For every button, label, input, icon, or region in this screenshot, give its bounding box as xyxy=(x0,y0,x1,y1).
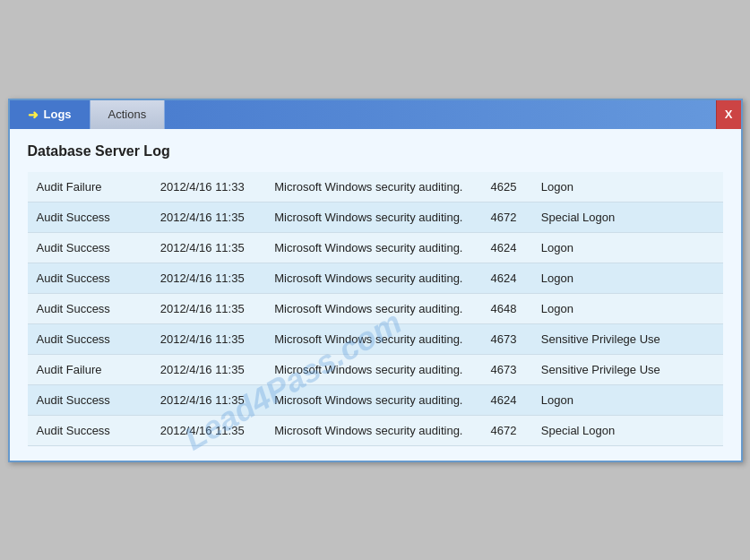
tab-arrow-icon: ➜ xyxy=(28,108,39,122)
table-cell: Microsoft Windows security auditing. xyxy=(265,202,475,232)
table-cell: Audit Success xyxy=(28,232,151,263)
main-window: ➜ Logs Actions X Database Server Log Aud… xyxy=(8,99,743,462)
table-cell: 4624 xyxy=(475,384,532,415)
table-cell: Logon xyxy=(532,384,723,415)
title-spacer xyxy=(165,100,715,129)
table-cell: 4624 xyxy=(475,263,532,293)
table-row: Audit Success2012/4/16 11:35Microsoft Wi… xyxy=(28,323,723,354)
table-cell: Microsoft Windows security auditing. xyxy=(265,172,475,202)
content: Database Server Log Audit Failure2012/4/… xyxy=(10,129,741,461)
table-cell: Microsoft Windows security auditing. xyxy=(265,293,475,323)
table-cell: Logon xyxy=(532,293,723,323)
table-cell: Microsoft Windows security auditing. xyxy=(265,384,475,415)
table-cell: 2012/4/16 11:35 xyxy=(151,354,266,384)
table-cell: Audit Failure xyxy=(28,172,151,202)
content-area: Database Server Log Audit Failure2012/4/… xyxy=(10,129,741,461)
page-title: Database Server Log xyxy=(28,143,723,159)
table-row: Audit Success2012/4/16 11:35Microsoft Wi… xyxy=(28,202,723,232)
tab-actions-label: Actions xyxy=(108,108,147,121)
table-cell: 4625 xyxy=(475,172,532,202)
table-cell: Logon xyxy=(532,232,723,263)
table-cell: 2012/4/16 11:35 xyxy=(151,415,266,445)
table-cell: 4672 xyxy=(475,415,532,445)
title-bar: ➜ Logs Actions X xyxy=(10,100,741,129)
table-cell: Microsoft Windows security auditing. xyxy=(265,232,475,263)
tab-logs-label: Logs xyxy=(44,108,72,121)
table-cell: Audit Success xyxy=(28,202,151,232)
tab-actions[interactable]: Actions xyxy=(91,100,166,129)
table-cell: 2012/4/16 11:35 xyxy=(151,384,266,415)
table-cell: Sensitive Privilege Use xyxy=(532,323,723,354)
log-table: Audit Failure2012/4/16 11:33Microsoft Wi… xyxy=(28,172,723,446)
tab-logs[interactable]: ➜ Logs xyxy=(10,100,91,129)
table-cell: 4624 xyxy=(475,232,532,263)
table-cell: Audit Success xyxy=(28,293,151,323)
table-cell: Microsoft Windows security auditing. xyxy=(265,354,475,384)
table-cell: 4673 xyxy=(475,354,532,384)
table-cell: 2012/4/16 11:35 xyxy=(151,202,266,232)
table-cell: Microsoft Windows security auditing. xyxy=(265,323,475,354)
table-cell: Audit Success xyxy=(28,384,151,415)
table-cell: Sensitive Privilege Use xyxy=(532,354,723,384)
table-cell: 4648 xyxy=(475,293,532,323)
close-button[interactable]: X xyxy=(716,100,741,129)
table-cell: Audit Success xyxy=(28,323,151,354)
table-cell: 2012/4/16 11:33 xyxy=(151,172,266,202)
table-cell: 2012/4/16 11:35 xyxy=(151,232,266,263)
table-row: Audit Success2012/4/16 11:35Microsoft Wi… xyxy=(28,415,723,445)
table-row: Audit Success2012/4/16 11:35Microsoft Wi… xyxy=(28,232,723,263)
table-cell: Audit Failure xyxy=(28,354,151,384)
table-cell: Logon xyxy=(532,263,723,293)
table-cell: Special Logon xyxy=(532,202,723,232)
table-cell: 4673 xyxy=(475,323,532,354)
table-cell: 2012/4/16 11:35 xyxy=(151,263,266,293)
table-cell: 2012/4/16 11:35 xyxy=(151,323,266,354)
table-row: Audit Success2012/4/16 11:35Microsoft Wi… xyxy=(28,263,723,293)
table-cell: Logon xyxy=(532,172,723,202)
close-label: X xyxy=(725,108,733,121)
table-cell: 4672 xyxy=(475,202,532,232)
table-cell: Audit Success xyxy=(28,263,151,293)
table-row: Audit Success2012/4/16 11:35Microsoft Wi… xyxy=(28,384,723,415)
table-row: Audit Failure2012/4/16 11:33Microsoft Wi… xyxy=(28,172,723,202)
table-cell: Audit Success xyxy=(28,415,151,445)
table-cell: Microsoft Windows security auditing. xyxy=(265,263,475,293)
table-cell: 2012/4/16 11:35 xyxy=(151,293,266,323)
table-cell: Special Logon xyxy=(532,415,723,445)
table-cell: Microsoft Windows security auditing. xyxy=(265,415,475,445)
table-row: Audit Success2012/4/16 11:35Microsoft Wi… xyxy=(28,293,723,323)
table-row: Audit Failure2012/4/16 11:35Microsoft Wi… xyxy=(28,354,723,384)
